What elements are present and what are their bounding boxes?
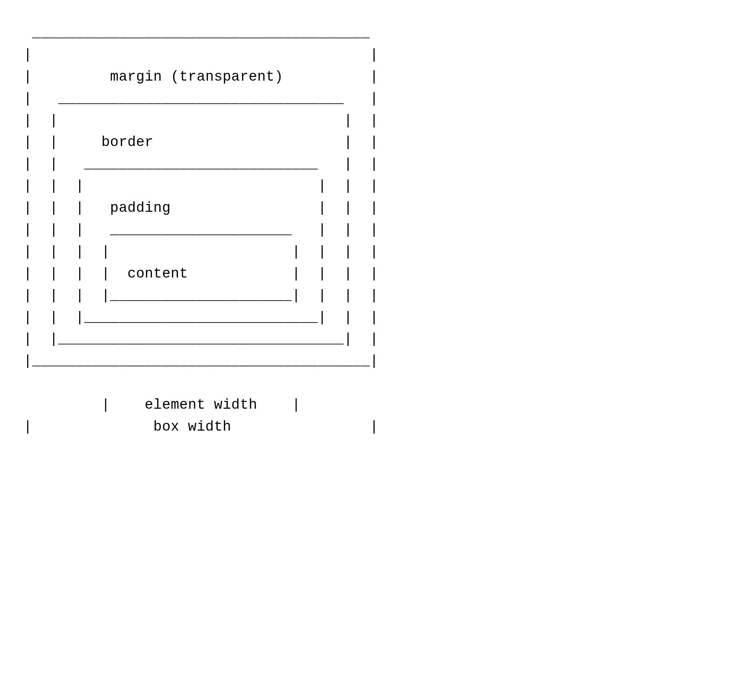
- box-model-diagram: _______________________________________ …: [0, 0, 743, 453]
